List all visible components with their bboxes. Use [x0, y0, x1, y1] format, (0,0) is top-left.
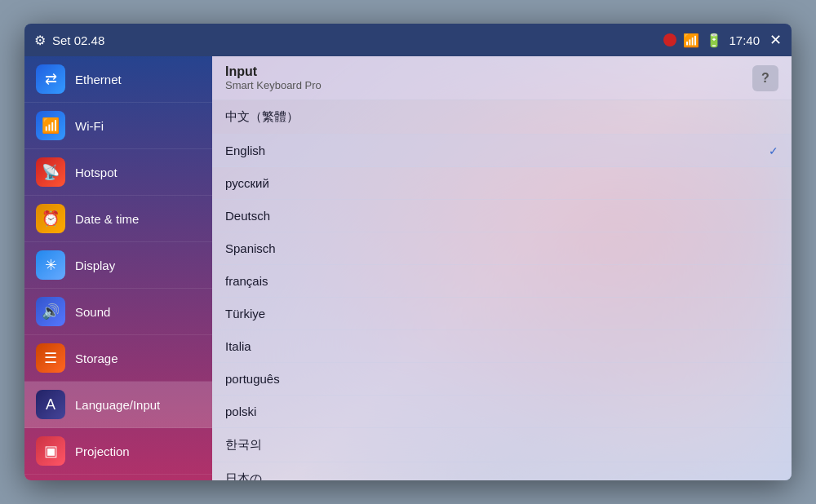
language-label-fr: français	[225, 274, 268, 288]
titlebar-left: ⚙ Set 02.48	[34, 33, 104, 48]
input-panel: Input Smart Keyboard Pro ? 中文（繁體）English…	[212, 56, 792, 480]
sidebar-label-ethernet: Ethernet	[75, 73, 122, 86]
language-item-it[interactable]: Italia	[212, 330, 792, 363]
window-title: Set 02.48	[52, 33, 104, 47]
sidebar-item-hotspot[interactable]: 📡Hotspot	[24, 149, 212, 196]
sidebar: ⇄Ethernet📶Wi-Fi📡Hotspot⏰Date & time✳Disp…	[24, 56, 212, 480]
language-label-es: Spanisch	[225, 241, 276, 255]
language-icon: A	[36, 390, 65, 419]
wifi-status-icon: 📶	[683, 33, 699, 48]
input-header: Input Smart Keyboard Pro ?	[212, 56, 792, 100]
language-item-pt[interactable]: português	[212, 363, 792, 396]
sidebar-item-display[interactable]: ✳Display	[24, 242, 212, 289]
language-item-zh-tw[interactable]: 中文（繁體）	[212, 100, 792, 135]
sidebar-label-hotspot: Hotspot	[75, 166, 118, 179]
gear-icon: ⚙	[34, 33, 46, 48]
language-item-fr[interactable]: français	[212, 265, 792, 298]
projection-icon: ▣	[36, 436, 65, 466]
input-header-text: Input Smart Keyboard Pro	[225, 64, 322, 91]
language-label-pt: português	[225, 372, 280, 386]
battery-icon: 🔋	[706, 33, 722, 48]
language-label-ko: 한국의	[225, 437, 262, 453]
sidebar-label-wifi: Wi-Fi	[75, 119, 104, 133]
main-panel: Input Smart Keyboard Pro ? 中文（繁體）English…	[212, 56, 792, 480]
input-subtitle: Smart Keyboard Pro	[225, 79, 322, 91]
selected-checkmark: ✓	[769, 144, 778, 157]
language-label-en: English	[225, 144, 265, 157]
sidebar-item-datetime[interactable]: ⏰Date & time	[24, 196, 212, 242]
language-item-ja[interactable]: 日本の	[212, 462, 792, 480]
language-label-tr: Türkiye	[225, 307, 265, 321]
sound-icon: 🔊	[36, 297, 65, 326]
sidebar-item-language[interactable]: ALanguage/Input	[24, 382, 212, 428]
sidebar-label-display: Display	[75, 259, 115, 272]
sidebar-item-projection[interactable]: ▣Projection	[24, 428, 212, 475]
sidebar-item-cloud[interactable]: ☁Cloud	[24, 475, 212, 480]
display-icon: ✳	[36, 250, 65, 280]
ethernet-icon: ⇄	[36, 64, 65, 94]
sidebar-item-ethernet[interactable]: ⇄Ethernet	[24, 56, 212, 103]
sidebar-label-projection: Projection	[75, 444, 130, 458]
language-label-ja: 日本の	[225, 471, 262, 480]
input-title: Input	[225, 64, 322, 79]
language-item-en[interactable]: English✓	[212, 135, 792, 167]
help-button[interactable]: ?	[752, 65, 778, 91]
language-item-pl[interactable]: polski	[212, 396, 792, 428]
language-label-zh-tw: 中文（繁體）	[225, 109, 299, 125]
content-area: ⇄Ethernet📶Wi-Fi📡Hotspot⏰Date & time✳Disp…	[24, 56, 792, 480]
language-label-it: Italia	[225, 339, 251, 353]
settings-window: ⚙ Set 02.48 📶 🔋 17:40 ✕ ⇄Ethernet📶Wi-Fi📡…	[24, 24, 792, 480]
clock: 17:40	[729, 33, 760, 47]
sidebar-item-wifi[interactable]: 📶Wi-Fi	[24, 103, 212, 149]
record-icon	[663, 33, 676, 46]
language-item-de[interactable]: Deutsch	[212, 200, 792, 232]
language-label-de: Deutsch	[225, 209, 270, 223]
storage-icon: ☰	[36, 343, 65, 373]
hotspot-icon: 📡	[36, 157, 65, 187]
language-item-es[interactable]: Spanisch	[212, 232, 792, 265]
titlebar: ⚙ Set 02.48 📶 🔋 17:40 ✕	[24, 24, 792, 56]
datetime-icon: ⏰	[36, 204, 65, 233]
language-item-ko[interactable]: 한국의	[212, 428, 792, 462]
language-label-ru: русский	[225, 176, 269, 190]
language-item-tr[interactable]: Türkiye	[212, 298, 792, 330]
sidebar-item-sound[interactable]: 🔊Sound	[24, 289, 212, 335]
sidebar-label-sound: Sound	[75, 305, 110, 319]
language-item-ru[interactable]: русский	[212, 167, 792, 200]
sidebar-label-language: Language/Input	[75, 398, 160, 412]
sidebar-item-storage[interactable]: ☰Storage	[24, 335, 212, 382]
wifi-icon: 📶	[36, 111, 65, 140]
titlebar-right: 📶 🔋 17:40 ✕	[663, 31, 782, 49]
language-list: 中文（繁體）English✓русскийDeutschSpanischfran…	[212, 100, 792, 480]
language-label-pl: polski	[225, 405, 256, 418]
sidebar-label-storage: Storage	[75, 351, 118, 365]
close-button[interactable]: ✕	[769, 31, 782, 49]
sidebar-label-datetime: Date & time	[75, 212, 139, 226]
